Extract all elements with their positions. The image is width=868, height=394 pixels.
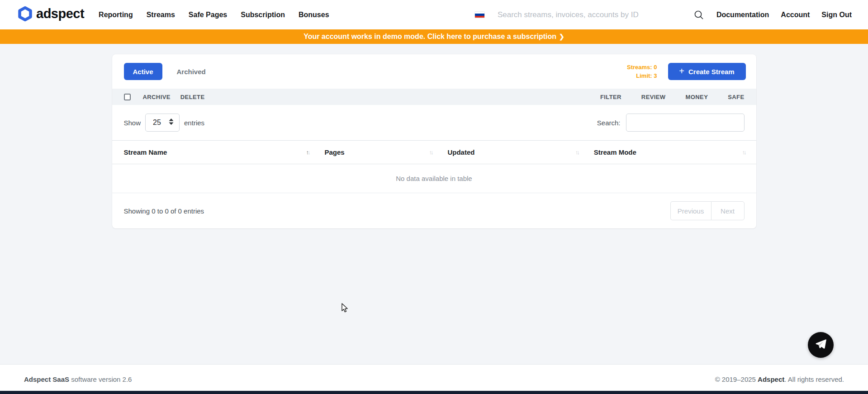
column-stream-name[interactable]: Stream Name ↑↓ [112,141,320,164]
demo-mode-banner[interactable]: Your account works in demo mode. Click h… [0,29,868,44]
select-arrows-icon [169,119,174,127]
entries-summary: Showing 0 to 0 of 0 entries [124,207,204,215]
quota-streams: Streams: 0 [627,63,657,71]
hexagon-logo-icon [18,6,32,24]
panel-header: Active Archived Streams: 0 Limit: 3 + Cr… [112,54,756,89]
sort-icon: ↑↓ [575,149,585,156]
create-stream-button[interactable]: + Create Stream [668,63,746,80]
streams-table: Stream Name ↑↓ Pages ↑↓ Updated ↑↓ [112,140,756,193]
main-nav: Reporting Streams Safe Pages Subscriptio… [99,11,329,19]
link-sign-out[interactable]: Sign Out [821,11,852,19]
footer-version: Adspect SaaS software version 2.6 [24,375,132,383]
empty-table-row: No data available in table [112,164,756,193]
plus-icon: + [679,66,684,76]
brand-name: adspect [36,7,84,22]
filter-money-button[interactable]: MONEY [686,94,708,100]
page-size-select[interactable]: 25 [145,114,180,132]
tab-active[interactable]: Active [124,63,162,80]
bottom-edge-bar [0,391,868,394]
select-all-checkbox[interactable] [124,94,131,100]
table-search-input[interactable] [626,114,745,132]
quick-filters: FILTER REVIEW MONEY SAFE [600,94,745,100]
sort-icon: ↑↓ [742,149,752,156]
sort-icon: ↑↓ [306,149,315,156]
link-documentation[interactable]: Documentation [716,11,769,19]
streams-panel: Active Archived Streams: 0 Limit: 3 + Cr… [112,54,756,228]
telegram-button[interactable] [808,332,834,358]
panel-footer: Showing 0 to 0 of 0 entries Previous Nex… [112,193,756,228]
table-search: Search: [597,114,745,132]
topbar-right: Documentation Account Sign Out [475,9,852,21]
brand-logo[interactable]: adspect [18,6,84,24]
link-account[interactable]: Account [781,11,810,19]
bulk-actions-bar: ARCHIVE DELETE FILTER REVIEW MONEY SAFE [112,89,756,105]
language-flag-russian[interactable] [475,12,484,18]
quota-limit: Limit: 3 [627,71,657,80]
search-icon[interactable] [693,9,705,21]
main-content: Active Archived Streams: 0 Limit: 3 + Cr… [0,44,868,364]
sort-icon: ↑↓ [429,149,438,156]
table-header-row: Stream Name ↑↓ Pages ↑↓ Updated ↑↓ [112,141,756,164]
account-links: Documentation Account Sign Out [716,11,852,19]
pagination: Previous Next [670,201,745,220]
nav-safe-pages[interactable]: Safe Pages [189,11,227,19]
bulk-archive-button[interactable]: ARCHIVE [143,94,171,100]
demo-banner-text: Your account works in demo mode. Click h… [304,33,556,41]
bulk-delete-button[interactable]: DELETE [180,94,205,100]
column-stream-mode[interactable]: Stream Mode ↑↓ [589,141,756,164]
tab-archived[interactable]: Archived [171,63,212,80]
nav-bonuses[interactable]: Bonuses [299,11,329,19]
table-controls: Show 25 entries Search: [112,105,756,140]
previous-page-button[interactable]: Previous [670,201,711,220]
filter-safe-button[interactable]: SAFE [728,94,744,100]
empty-table-message: No data available in table [112,164,756,193]
table-search-label: Search: [597,119,621,127]
nav-reporting[interactable]: Reporting [99,11,133,19]
telegram-plane-icon [815,338,827,352]
top-navbar: adspect Reporting Streams Safe Pages Sub… [0,0,868,29]
nav-streams[interactable]: Streams [147,11,175,19]
filter-filter-button[interactable]: FILTER [600,94,621,100]
mouse-cursor [341,303,350,315]
column-updated[interactable]: Updated ↑↓ [443,141,589,164]
filter-review-button[interactable]: REVIEW [641,94,666,100]
entries-label: entries [184,119,204,127]
quota-info: Streams: 0 Limit: 3 [627,63,657,80]
nav-subscription[interactable]: Subscription [241,11,285,19]
chevron-right-icon: ❯ [559,33,564,40]
show-label: Show [124,119,141,127]
page-footer: Adspect SaaS software version 2.6 © 2019… [0,364,868,394]
column-pages[interactable]: Pages ↑↓ [320,141,443,164]
next-page-button[interactable]: Next [711,201,745,220]
global-search-input[interactable] [498,10,693,19]
page: adspect Reporting Streams Safe Pages Sub… [0,0,868,394]
footer-copyright: © 2019–2025 Adspect. All rights reserved… [715,375,844,383]
